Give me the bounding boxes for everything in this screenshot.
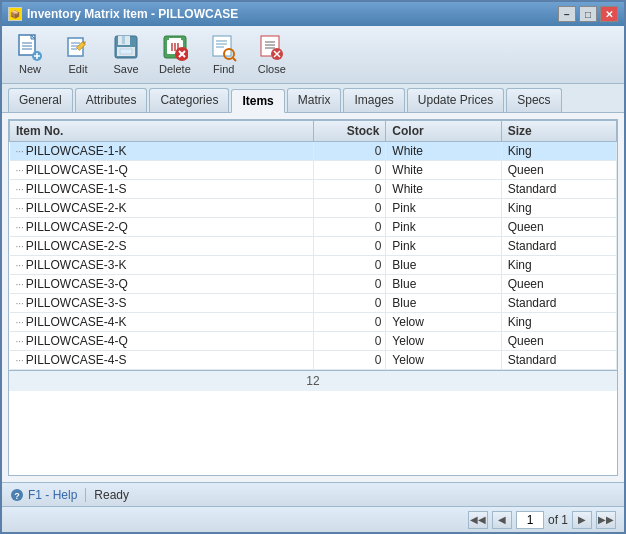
cell-color: Yelow [386, 351, 501, 370]
cell-stock: 0 [313, 294, 386, 313]
cell-color: Blue [386, 294, 501, 313]
help-link[interactable]: ? F1 - Help [10, 488, 77, 502]
close-icon [258, 34, 286, 62]
tab-update-prices[interactable]: Update Prices [407, 88, 504, 112]
tab-matrix[interactable]: Matrix [287, 88, 342, 112]
new-button[interactable]: New [8, 30, 52, 79]
cell-color: Yelow [386, 332, 501, 351]
window-title: Inventory Matrix Item - PILLOWCASE [27, 7, 238, 21]
svg-rect-16 [122, 36, 125, 44]
tab-general[interactable]: General [8, 88, 73, 112]
nav-bar: ◀◀ ◀ of 1 ▶ ▶▶ [2, 506, 624, 532]
cell-item-no: ···PILLOWCASE-4-K [10, 313, 314, 332]
app-icon: 📦 [8, 7, 22, 21]
cell-item-no: ···PILLOWCASE-3-Q [10, 275, 314, 294]
title-controls: − □ ✕ [558, 6, 618, 22]
delete-button[interactable]: Delete [152, 30, 198, 79]
cell-size: King [501, 142, 616, 161]
svg-rect-20 [169, 38, 181, 40]
table-row[interactable]: ···PILLOWCASE-2-S0PinkStandard [10, 237, 617, 256]
cell-size: Queen [501, 161, 616, 180]
cell-color: Pink [386, 218, 501, 237]
cell-color: White [386, 161, 501, 180]
nav-first-button[interactable]: ◀◀ [468, 511, 488, 529]
tab-images[interactable]: Images [343, 88, 404, 112]
cell-stock: 0 [313, 332, 386, 351]
svg-line-33 [233, 58, 236, 61]
find-label: Find [213, 63, 234, 75]
save-button[interactable]: Save [104, 30, 148, 79]
table-row[interactable]: ···PILLOWCASE-3-K0BlueKing [10, 256, 617, 275]
nav-next-button[interactable]: ▶ [572, 511, 592, 529]
cell-stock: 0 [313, 142, 386, 161]
svg-rect-18 [120, 49, 132, 54]
cell-stock: 0 [313, 256, 386, 275]
cell-color: Pink [386, 237, 501, 256]
tab-specs[interactable]: Specs [506, 88, 561, 112]
cell-item-no: ···PILLOWCASE-1-S [10, 180, 314, 199]
col-header-item-no: Item No. [10, 121, 314, 142]
cell-color: White [386, 142, 501, 161]
new-icon [16, 34, 44, 62]
table-row[interactable]: ···PILLOWCASE-2-K0PinkKing [10, 199, 617, 218]
status-divider [85, 488, 86, 502]
nav-prev-button[interactable]: ◀ [492, 511, 512, 529]
table-row[interactable]: ···PILLOWCASE-4-K0YelowKing [10, 313, 617, 332]
save-label: Save [113, 63, 138, 75]
cell-item-no: ···PILLOWCASE-2-S [10, 237, 314, 256]
close-label: Close [258, 63, 286, 75]
cell-size: Queen [501, 332, 616, 351]
table-row[interactable]: ···PILLOWCASE-1-S0WhiteStandard [10, 180, 617, 199]
cell-stock: 0 [313, 313, 386, 332]
cell-item-no: ···PILLOWCASE-4-Q [10, 332, 314, 351]
title-bar: 📦 Inventory Matrix Item - PILLOWCASE − □… [2, 2, 624, 26]
items-table: Item No. Stock Color Size ···PILLOWCASE-… [9, 120, 617, 370]
edit-label: Edit [69, 63, 88, 75]
cell-size: King [501, 313, 616, 332]
main-window: 📦 Inventory Matrix Item - PILLOWCASE − □… [0, 0, 626, 534]
toolbar: New Edit [2, 26, 624, 84]
cell-color: Blue [386, 256, 501, 275]
find-icon [210, 34, 238, 62]
tab-attributes[interactable]: Attributes [75, 88, 148, 112]
cell-item-no: ···PILLOWCASE-3-K [10, 256, 314, 275]
maximize-button[interactable]: □ [579, 6, 597, 22]
page-input[interactable] [516, 511, 544, 529]
cell-stock: 0 [313, 218, 386, 237]
edit-button[interactable]: Edit [56, 30, 100, 79]
status-bar: ? F1 - Help Ready [2, 482, 624, 506]
table-footer: 12 [9, 370, 617, 391]
cell-item-no: ···PILLOWCASE-2-K [10, 199, 314, 218]
table-row[interactable]: ···PILLOWCASE-4-Q0YelowQueen [10, 332, 617, 351]
cell-color: Pink [386, 199, 501, 218]
svg-rect-28 [213, 36, 231, 56]
cell-size: Standard [501, 237, 616, 256]
title-bar-left: 📦 Inventory Matrix Item - PILLOWCASE [8, 7, 238, 21]
cell-item-no: ···PILLOWCASE-1-Q [10, 161, 314, 180]
cell-stock: 0 [313, 351, 386, 370]
col-header-stock: Stock [313, 121, 386, 142]
close-window-button[interactable]: ✕ [600, 6, 618, 22]
save-icon [112, 34, 140, 62]
close-button[interactable]: Close [250, 30, 294, 79]
nav-last-button[interactable]: ▶▶ [596, 511, 616, 529]
row-count: 12 [306, 374, 319, 388]
cell-size: Queen [501, 218, 616, 237]
items-table-container: Item No. Stock Color Size ···PILLOWCASE-… [8, 119, 618, 476]
table-row[interactable]: ···PILLOWCASE-3-S0BlueStandard [10, 294, 617, 313]
table-row[interactable]: ···PILLOWCASE-1-Q0WhiteQueen [10, 161, 617, 180]
table-row[interactable]: ···PILLOWCASE-4-S0YelowStandard [10, 351, 617, 370]
tab-categories[interactable]: Categories [149, 88, 229, 112]
nav-of-label: of 1 [548, 513, 568, 527]
table-row[interactable]: ···PILLOWCASE-3-Q0BlueQueen [10, 275, 617, 294]
minimize-button[interactable]: − [558, 6, 576, 22]
cell-size: Queen [501, 275, 616, 294]
cell-stock: 0 [313, 275, 386, 294]
svg-text:?: ? [14, 491, 20, 501]
table-row[interactable]: ···PILLOWCASE-1-K0WhiteKing [10, 142, 617, 161]
find-button[interactable]: Find [202, 30, 246, 79]
col-header-size: Size [501, 121, 616, 142]
cell-item-no: ···PILLOWCASE-3-S [10, 294, 314, 313]
tab-items[interactable]: Items [231, 89, 284, 113]
table-row[interactable]: ···PILLOWCASE-2-Q0PinkQueen [10, 218, 617, 237]
